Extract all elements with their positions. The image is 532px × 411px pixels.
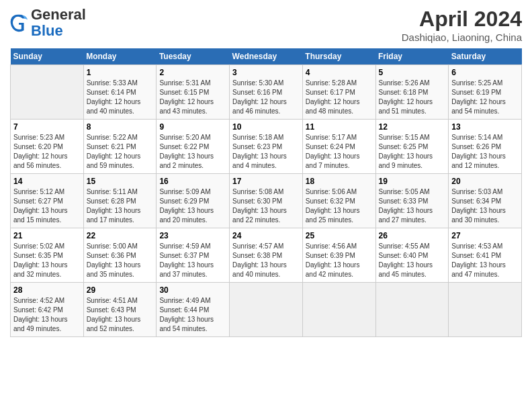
day-number: 8 (87, 122, 154, 132)
day-info: Sunrise: 5:26 AM Sunset: 6:18 PM Dayligh… (379, 79, 446, 116)
calendar-cell (11, 65, 84, 120)
main-title: April 2024 (402, 7, 522, 32)
day-number: 2 (159, 68, 226, 77)
logo: General Blue (10, 7, 86, 39)
day-number: 24 (232, 231, 300, 240)
calendar-table: SundayMondayTuesdayWednesdayThursdayFrid… (10, 48, 522, 337)
day-info: Sunrise: 5:25 AM Sunset: 6:19 PM Dayligh… (451, 79, 519, 116)
day-number: 29 (87, 285, 154, 295)
header: General Blue April 2024 Dashiqiao, Liaon… (10, 7, 522, 43)
day-number: 5 (379, 68, 446, 77)
day-number: 14 (13, 177, 81, 186)
calendar-cell: 11Sunrise: 5:17 AM Sunset: 6:24 PM Dayli… (302, 120, 375, 174)
day-info: Sunrise: 5:05 AM Sunset: 6:33 PM Dayligh… (379, 187, 446, 225)
weekday-header-saturday: Saturday (449, 48, 522, 65)
calendar-cell: 28Sunrise: 4:52 AM Sunset: 6:42 PM Dayli… (11, 283, 84, 337)
calendar-cell: 24Sunrise: 4:57 AM Sunset: 6:38 PM Dayli… (230, 228, 303, 283)
calendar-cell: 15Sunrise: 5:11 AM Sunset: 6:28 PM Dayli… (83, 174, 157, 228)
day-number: 16 (159, 177, 226, 186)
general-blue-icon (10, 13, 29, 32)
day-info: Sunrise: 5:31 AM Sunset: 6:15 PM Dayligh… (159, 79, 226, 116)
calendar-cell: 29Sunrise: 4:51 AM Sunset: 6:43 PM Dayli… (83, 283, 157, 337)
day-info: Sunrise: 4:56 AM Sunset: 6:39 PM Dayligh… (306, 242, 373, 279)
day-info: Sunrise: 5:02 AM Sunset: 6:35 PM Dayligh… (13, 242, 81, 279)
day-number: 9 (159, 122, 226, 132)
day-info: Sunrise: 5:23 AM Sunset: 6:20 PM Dayligh… (13, 133, 81, 171)
day-number: 10 (232, 122, 300, 132)
calendar-cell: 23Sunrise: 4:59 AM Sunset: 6:37 PM Dayli… (157, 228, 230, 283)
day-info: Sunrise: 4:59 AM Sunset: 6:37 PM Dayligh… (159, 242, 226, 279)
day-info: Sunrise: 5:09 AM Sunset: 6:29 PM Dayligh… (159, 187, 226, 225)
calendar-cell (230, 283, 303, 337)
day-info: Sunrise: 5:00 AM Sunset: 6:36 PM Dayligh… (87, 242, 154, 279)
calendar-cell: 1Sunrise: 5:33 AM Sunset: 6:14 PM Daylig… (83, 65, 157, 120)
week-row-2: 7Sunrise: 5:23 AM Sunset: 6:20 PM Daylig… (11, 120, 522, 174)
day-info: Sunrise: 5:22 AM Sunset: 6:21 PM Dayligh… (87, 133, 154, 171)
day-info: Sunrise: 5:20 AM Sunset: 6:22 PM Dayligh… (159, 133, 226, 171)
weekday-header-sunday: Sunday (11, 48, 84, 65)
calendar-cell: 7Sunrise: 5:23 AM Sunset: 6:20 PM Daylig… (11, 120, 84, 174)
calendar-cell: 16Sunrise: 5:09 AM Sunset: 6:29 PM Dayli… (157, 174, 230, 228)
day-number: 15 (87, 177, 154, 186)
week-row-5: 28Sunrise: 4:52 AM Sunset: 6:42 PM Dayli… (11, 283, 522, 337)
calendar-cell: 14Sunrise: 5:12 AM Sunset: 6:27 PM Dayli… (11, 174, 84, 228)
calendar-cell: 18Sunrise: 5:06 AM Sunset: 6:32 PM Dayli… (302, 174, 375, 228)
calendar-cell: 8Sunrise: 5:22 AM Sunset: 6:21 PM Daylig… (83, 120, 157, 174)
day-info: Sunrise: 5:11 AM Sunset: 6:28 PM Dayligh… (87, 187, 154, 225)
day-info: Sunrise: 5:03 AM Sunset: 6:34 PM Dayligh… (451, 187, 519, 225)
day-info: Sunrise: 5:06 AM Sunset: 6:32 PM Dayligh… (306, 187, 373, 225)
calendar-cell: 4Sunrise: 5:28 AM Sunset: 6:17 PM Daylig… (302, 65, 375, 120)
calendar-cell (449, 283, 522, 337)
calendar-cell: 6Sunrise: 5:25 AM Sunset: 6:19 PM Daylig… (449, 65, 522, 120)
day-number: 19 (379, 177, 446, 186)
day-number: 21 (13, 231, 81, 240)
calendar-cell: 17Sunrise: 5:08 AM Sunset: 6:30 PM Dayli… (230, 174, 303, 228)
day-number: 4 (306, 68, 373, 77)
calendar-cell: 3Sunrise: 5:30 AM Sunset: 6:16 PM Daylig… (230, 65, 303, 120)
day-info: Sunrise: 5:18 AM Sunset: 6:23 PM Dayligh… (232, 133, 300, 171)
day-number: 23 (159, 231, 226, 240)
day-number: 20 (451, 177, 519, 186)
weekday-header-friday: Friday (375, 48, 449, 65)
calendar-cell: 2Sunrise: 5:31 AM Sunset: 6:15 PM Daylig… (157, 65, 230, 120)
sub-title: Dashiqiao, Liaoning, China (402, 32, 522, 43)
day-number: 1 (87, 68, 154, 77)
calendar-cell: 10Sunrise: 5:18 AM Sunset: 6:23 PM Dayli… (230, 120, 303, 174)
calendar-cell: 22Sunrise: 5:00 AM Sunset: 6:36 PM Dayli… (83, 228, 157, 283)
day-info: Sunrise: 4:53 AM Sunset: 6:41 PM Dayligh… (451, 242, 519, 279)
day-info: Sunrise: 5:08 AM Sunset: 6:30 PM Dayligh… (232, 187, 300, 225)
day-number: 13 (451, 122, 519, 132)
day-number: 18 (306, 177, 373, 186)
week-row-4: 21Sunrise: 5:02 AM Sunset: 6:35 PM Dayli… (11, 228, 522, 283)
calendar-cell: 26Sunrise: 4:55 AM Sunset: 6:40 PM Dayli… (375, 228, 449, 283)
day-number: 22 (87, 231, 154, 240)
calendar-cell: 12Sunrise: 5:15 AM Sunset: 6:25 PM Dayli… (375, 120, 449, 174)
calendar-cell: 19Sunrise: 5:05 AM Sunset: 6:33 PM Dayli… (375, 174, 449, 228)
calendar-cell: 20Sunrise: 5:03 AM Sunset: 6:34 PM Dayli… (449, 174, 522, 228)
day-number: 26 (379, 231, 446, 240)
logo-text: General Blue (31, 6, 86, 39)
day-number: 17 (232, 177, 300, 186)
day-number: 27 (451, 231, 519, 240)
title-block: April 2024 Dashiqiao, Liaoning, China (402, 7, 522, 43)
day-info: Sunrise: 4:51 AM Sunset: 6:43 PM Dayligh… (87, 296, 154, 334)
calendar-cell: 27Sunrise: 4:53 AM Sunset: 6:41 PM Dayli… (449, 228, 522, 283)
weekday-header-monday: Monday (83, 48, 157, 65)
week-row-1: 1Sunrise: 5:33 AM Sunset: 6:14 PM Daylig… (11, 65, 522, 120)
day-number: 7 (13, 122, 81, 132)
weekday-header-wednesday: Wednesday (230, 48, 303, 65)
day-info: Sunrise: 5:12 AM Sunset: 6:27 PM Dayligh… (13, 187, 81, 225)
day-info: Sunrise: 4:57 AM Sunset: 6:38 PM Dayligh… (232, 242, 300, 279)
day-info: Sunrise: 5:14 AM Sunset: 6:26 PM Dayligh… (451, 133, 519, 171)
day-number: 25 (306, 231, 373, 240)
calendar-cell: 25Sunrise: 4:56 AM Sunset: 6:39 PM Dayli… (302, 228, 375, 283)
calendar-cell (302, 283, 375, 337)
calendar-cell: 21Sunrise: 5:02 AM Sunset: 6:35 PM Dayli… (11, 228, 84, 283)
day-info: Sunrise: 4:49 AM Sunset: 6:44 PM Dayligh… (159, 296, 226, 334)
day-info: Sunrise: 5:28 AM Sunset: 6:17 PM Dayligh… (306, 79, 373, 116)
day-info: Sunrise: 5:33 AM Sunset: 6:14 PM Dayligh… (87, 79, 154, 116)
week-row-3: 14Sunrise: 5:12 AM Sunset: 6:27 PM Dayli… (11, 174, 522, 228)
calendar-cell (375, 283, 449, 337)
day-number: 30 (159, 285, 226, 295)
page-container: General Blue April 2024 Dashiqiao, Liaon… (0, 0, 532, 340)
